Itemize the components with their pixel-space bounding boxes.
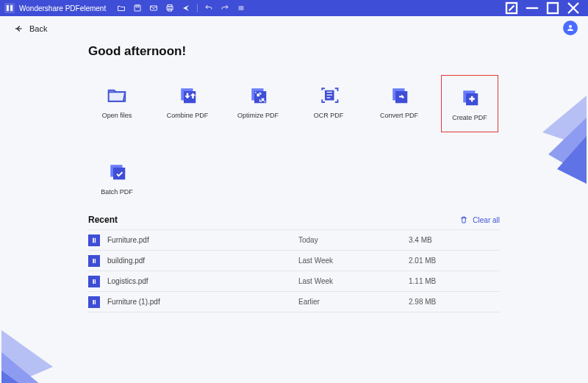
recent-heading: Recent xyxy=(88,215,118,225)
tile-label: Optimize PDF xyxy=(237,112,279,119)
window-close-button[interactable] xyxy=(563,0,584,16)
batch-icon xyxy=(106,160,128,182)
recent-row[interactable]: building.pdf Last Week 2.01 MB xyxy=(88,251,500,271)
recent-file-size: 2.01 MB xyxy=(409,257,500,265)
recent-row[interactable]: Furniture.pdf Today 3.4 MB xyxy=(88,230,500,251)
toolbar-divider xyxy=(197,4,198,12)
tile-combine-pdf[interactable]: Combine PDF xyxy=(159,75,216,128)
svg-rect-8 xyxy=(548,3,558,13)
toolbar-share-button[interactable] xyxy=(178,0,194,16)
recent-header: Recent Clear all xyxy=(88,215,500,225)
recent-file-size: 3.4 MB xyxy=(409,236,500,244)
clear-all-label: Clear all xyxy=(473,216,500,224)
tile-create-pdf[interactable]: Create PDF xyxy=(441,75,498,132)
recent-file-size: 1.11 MB xyxy=(409,277,500,285)
recent-file-time: Last Week xyxy=(298,277,409,285)
convert-icon xyxy=(388,84,410,106)
recent-list: Furniture.pdf Today 3.4 MB building.pdf … xyxy=(88,229,500,312)
titlebar: Wondershare PDFelement xyxy=(0,0,588,16)
tile-label: Batch PDF xyxy=(101,188,133,196)
toolbar-redo-button[interactable] xyxy=(217,0,233,16)
svg-marker-24 xyxy=(1,330,53,383)
back-label: Back xyxy=(29,24,47,33)
svg-rect-20 xyxy=(113,168,125,179)
window-maximize-button[interactable] xyxy=(542,0,563,16)
quick-actions-row-2: Batch PDF xyxy=(88,151,500,204)
combine-icon xyxy=(176,84,198,106)
trash-icon xyxy=(459,215,468,224)
app-title: Wondershare PDFelement xyxy=(19,4,106,12)
recent-row[interactable]: Logistics.pdf Last Week 1.11 MB xyxy=(88,271,500,292)
pdf-file-icon xyxy=(88,255,100,267)
user-icon xyxy=(566,24,575,32)
tile-ocr-pdf[interactable]: OCR PDF xyxy=(300,75,357,128)
window-compact-button[interactable] xyxy=(501,0,522,16)
recent-file-name: Furniture (1).pdf xyxy=(107,298,298,306)
toolbar-open-button[interactable] xyxy=(113,0,129,16)
recent-file-time: Earlier xyxy=(298,298,409,306)
pdf-file-icon xyxy=(88,235,100,246)
svg-point-9 xyxy=(569,25,572,28)
recent-file-time: Today xyxy=(298,236,409,244)
toolbar-save-button[interactable] xyxy=(129,0,146,16)
window-minimize-button[interactable] xyxy=(522,0,542,16)
tile-label: Combine PDF xyxy=(167,112,209,119)
tile-convert-pdf[interactable]: Convert PDF xyxy=(370,75,428,128)
app-logo-icon xyxy=(4,3,15,13)
ocr-icon xyxy=(318,84,340,106)
pdf-file-icon xyxy=(88,296,100,308)
back-arrow-icon xyxy=(13,24,24,34)
create-icon xyxy=(459,86,481,108)
clear-all-button[interactable]: Clear all xyxy=(459,215,500,224)
account-avatar-button[interactable] xyxy=(563,21,578,35)
back-button[interactable]: Back xyxy=(13,24,47,34)
svg-marker-26 xyxy=(1,371,37,383)
svg-rect-0 xyxy=(4,3,15,13)
greeting-heading: Good afternoon! xyxy=(88,44,500,59)
tile-open-files[interactable]: Open files xyxy=(88,75,146,128)
toolbar-mail-button[interactable] xyxy=(146,0,162,16)
recent-row[interactable]: Furniture (1).pdf Earlier 2.98 MB xyxy=(88,292,500,312)
tile-label: Convert PDF xyxy=(380,112,418,119)
svg-rect-1 xyxy=(135,5,140,11)
decorative-shapes-left xyxy=(1,323,68,383)
pdf-file-icon xyxy=(88,276,100,287)
recent-file-time: Last Week xyxy=(298,257,409,265)
main-content: Good afternoon! Open files Combine PDF O… xyxy=(0,41,588,312)
tile-label: OCR PDF xyxy=(314,112,344,119)
optimize-icon xyxy=(247,84,269,106)
tile-label: Create PDF xyxy=(452,114,487,121)
tile-batch-pdf[interactable]: Batch PDF xyxy=(88,151,146,204)
svg-rect-2 xyxy=(136,5,139,7)
toolbar-print-button[interactable] xyxy=(162,0,178,16)
recent-file-size: 2.98 MB xyxy=(409,298,500,306)
quick-actions-row-1: Open files Combine PDF Optimize PDF OCR … xyxy=(88,75,500,132)
recent-file-name: Logistics.pdf xyxy=(107,277,298,285)
recent-file-name: building.pdf xyxy=(107,257,298,265)
svg-marker-25 xyxy=(1,352,46,383)
toolbar-undo-button[interactable] xyxy=(201,0,217,16)
svg-rect-11 xyxy=(184,91,196,103)
tile-optimize-pdf[interactable]: Optimize PDF xyxy=(229,75,287,128)
folder-open-icon xyxy=(106,84,128,106)
tile-label: Open files xyxy=(102,112,132,119)
recent-file-name: Furniture.pdf xyxy=(107,236,298,244)
nav-row: Back xyxy=(0,16,588,41)
toolbar-more-button[interactable] xyxy=(233,0,249,16)
